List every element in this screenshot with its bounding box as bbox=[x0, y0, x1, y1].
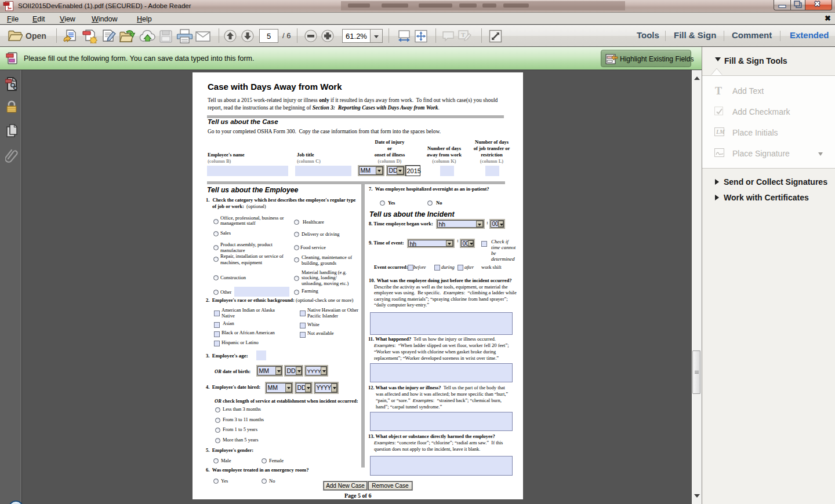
svg-text:T: T bbox=[461, 31, 466, 38]
